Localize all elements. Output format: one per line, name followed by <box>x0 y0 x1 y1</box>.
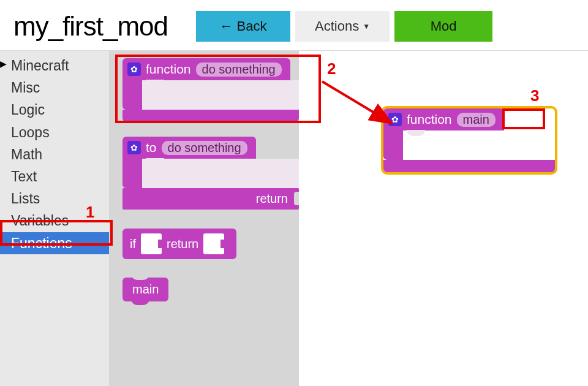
workspace: Minecraft Misc Logic Loops Math Text Lis… <box>0 51 588 386</box>
header: my_first_mod ← Back Actions ▼ Mod <box>0 0 588 51</box>
block-keyword: function <box>407 112 452 127</box>
category-text[interactable]: Text <box>0 165 109 187</box>
category-math[interactable]: Math <box>0 143 109 165</box>
if-label: if <box>130 237 136 251</box>
category-lists[interactable]: Lists <box>0 187 109 210</box>
page-title: my_first_mod <box>13 11 168 42</box>
category-logic[interactable]: Logic <box>0 99 109 121</box>
gear-icon: ✿ <box>388 113 402 126</box>
back-arrow-icon: ← <box>220 18 233 34</box>
function-name-field[interactable]: do something <box>162 141 247 155</box>
flyout-block-to-return[interactable]: ✿ to do something return <box>123 137 299 210</box>
actions-button-label: Actions <box>315 18 359 34</box>
canvas[interactable]: ✿ function main <box>299 51 588 386</box>
return-label: return <box>256 192 288 205</box>
return-label: return <box>167 237 198 251</box>
category-variables[interactable]: Variables <box>0 210 109 232</box>
category-functions[interactable]: Functions <box>0 232 109 254</box>
flyout-block-if-return[interactable]: if return <box>123 229 236 259</box>
category-misc[interactable]: Misc <box>0 77 109 99</box>
canvas-block-function-main[interactable]: ✿ function main <box>381 106 557 175</box>
caret-down-icon: ▼ <box>363 22 370 31</box>
function-name-field[interactable]: do something <box>196 62 282 77</box>
return-value-slot[interactable] <box>203 233 224 254</box>
if-condition-slot[interactable] <box>141 233 162 254</box>
block-keyword: to <box>146 140 157 155</box>
mod-button-label: Mod <box>431 18 457 34</box>
flyout-block-call-main[interactable]: main <box>123 278 168 301</box>
call-label: main <box>123 278 168 301</box>
function-name-field[interactable]: main <box>457 113 496 127</box>
block-keyword: function <box>146 62 191 77</box>
category-sidebar: Minecraft Misc Logic Loops Math Text Lis… <box>0 51 109 386</box>
block-flyout: ✿ function do something ✿ to do somethin… <box>109 51 299 386</box>
gear-icon: ✿ <box>127 141 141 154</box>
category-minecraft[interactable]: Minecraft <box>0 55 109 77</box>
actions-button[interactable]: Actions ▼ <box>295 11 390 42</box>
flyout-block-function[interactable]: ✿ function do something <box>123 58 299 122</box>
back-button-label: Back <box>237 18 267 34</box>
category-loops[interactable]: Loops <box>0 121 109 143</box>
back-button[interactable]: ← Back <box>196 11 290 42</box>
gear-icon: ✿ <box>127 62 141 76</box>
mod-button[interactable]: Mod <box>394 11 492 42</box>
